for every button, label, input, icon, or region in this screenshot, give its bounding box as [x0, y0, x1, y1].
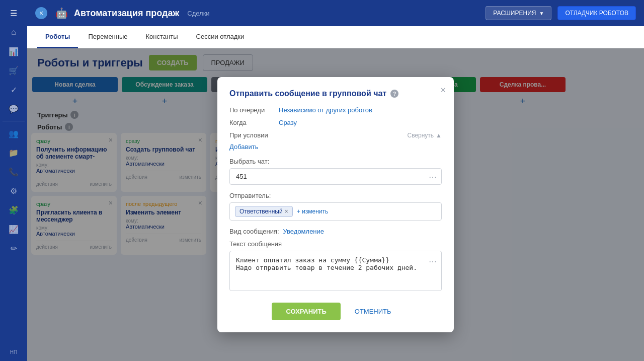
when-label: Когда [229, 119, 275, 126]
cart-icon[interactable]: 🛒 [4, 61, 24, 80]
modal-footer: СОХРАНИТЬ ОТМЕНИТЬ [229, 303, 442, 320]
chevron-down-icon: ▼ [539, 11, 544, 16]
debugger-label: ОТЛАДЧИК РОБОТОВ [565, 10, 628, 17]
chat-input[interactable] [229, 168, 442, 185]
message-text-label: Текст сообщения [229, 240, 442, 248]
settings-icon[interactable]: ⚙ [4, 182, 24, 200]
message-textarea-wrap: Клиент оплатил заказ на сумму {{Сумма}} … [229, 251, 442, 293]
collapse-label: Свернуть [407, 132, 434, 139]
condition-row: При условии Свернуть ▲ [229, 131, 442, 139]
check-icon[interactable]: ✓ [4, 81, 24, 99]
message-textarea[interactable]: Клиент оплатил заказ на сумму {{Сумма}} … [229, 251, 442, 291]
tab-constants[interactable]: Константы [138, 26, 186, 48]
extensions-label: РАСШИРЕНИЯ [493, 10, 536, 17]
phone-icon[interactable]: 📞 [4, 163, 24, 181]
left-sidebar: ☰ ⌂ 📊 🛒 ✓ 💬 👥 📁 📞 ⚙ 🧩 📈 ✏ НП [0, 0, 27, 361]
app-icon: 🤖 [55, 7, 68, 19]
tab-robots[interactable]: Роботы [37, 26, 78, 48]
home-icon[interactable]: ⌂ [4, 23, 24, 41]
tab-sessions[interactable]: Сессии отладки [188, 26, 253, 48]
sender-tag-label: Ответственный [239, 208, 283, 215]
app-title: Автоматизация продаж [74, 8, 179, 19]
sender-label: Отправитель: [229, 192, 442, 199]
close-app-button[interactable]: × [35, 7, 47, 19]
modal-dialog: Отправить сообщение в групповой чат ? × … [217, 77, 454, 332]
message-type-value-link[interactable]: Уведомление [283, 228, 324, 235]
when-value-link[interactable]: Сразу [279, 119, 297, 126]
sender-row-wrap: Ответственный × + изменить [229, 202, 442, 221]
modal-close-button[interactable]: × [440, 85, 446, 96]
message-icon[interactable]: 💬 [4, 100, 24, 118]
sender-input-row: Отправитель: Ответственный × + изменить [229, 192, 442, 221]
breadcrumb: Сделки [187, 10, 209, 17]
sender-change-link[interactable]: + изменить [297, 208, 329, 215]
message-type-label: Вид сообщения: [229, 228, 279, 235]
chat-input-wrap: ⋯ [229, 168, 442, 185]
collapse-button[interactable]: Свернуть ▲ [407, 132, 442, 139]
chart-icon[interactable]: 📊 [4, 42, 24, 60]
textarea-dots-icon[interactable]: ⋯ [429, 257, 437, 266]
puzzle-icon[interactable]: 🧩 [4, 201, 24, 219]
chart2-icon[interactable]: 📈 [4, 220, 24, 238]
debugger-button[interactable]: ОТЛАДЧИК РОБОТОВ [557, 6, 636, 20]
chat-label: Выбрать чат: [229, 158, 442, 165]
queue-value-link[interactable]: Независимо от других роботов [279, 106, 372, 114]
condition-label: При условии [229, 131, 268, 139]
modal-overlay: Отправить сообщение в групповой чат ? × … [27, 48, 644, 361]
message-type-row: Вид сообщения: Уведомление [229, 228, 442, 235]
extensions-button[interactable]: РАСШИРЕНИЯ ▼ [486, 6, 551, 20]
modal-info-icon: ? [390, 90, 398, 98]
sender-tag-remove-icon[interactable]: × [285, 208, 288, 215]
queue-row: По очереди Независимо от других роботов [229, 106, 442, 114]
save-button[interactable]: СОХРАНИТЬ [272, 303, 340, 320]
tab-variables[interactable]: Переменные [80, 26, 135, 48]
chat-dots-icon[interactable]: ⋯ [429, 172, 437, 181]
people-icon[interactable]: 👥 [4, 124, 24, 142]
when-row: Когда Сразу [229, 119, 442, 126]
edit-icon[interactable]: ✏ [4, 239, 24, 257]
add-condition-link[interactable]: Добавить [229, 143, 258, 151]
cancel-button[interactable]: ОТМЕНИТЬ [347, 303, 399, 320]
chat-input-row: Выбрать чат: ⋯ [229, 158, 442, 185]
top-header: × 🤖 Автоматизация продаж Сделки РАСШИРЕН… [27, 0, 644, 26]
sender-tag: Ответственный × [235, 206, 293, 217]
menu-icon[interactable]: ☰ [4, 4, 24, 22]
nav-tabs: Роботы Переменные Константы Сессии отлад… [27, 26, 644, 48]
user-initials: НП [10, 349, 17, 355]
folder-icon[interactable]: 📁 [4, 143, 24, 162]
collapse-arrow-icon: ▲ [436, 132, 442, 139]
modal-title: Отправить сообщение в групповой чат ? [229, 89, 442, 98]
main-content: Роботы и триггеры СОЗДАТЬ ПРОДАЖИ Новая … [27, 48, 644, 361]
queue-label: По очереди [229, 106, 275, 114]
